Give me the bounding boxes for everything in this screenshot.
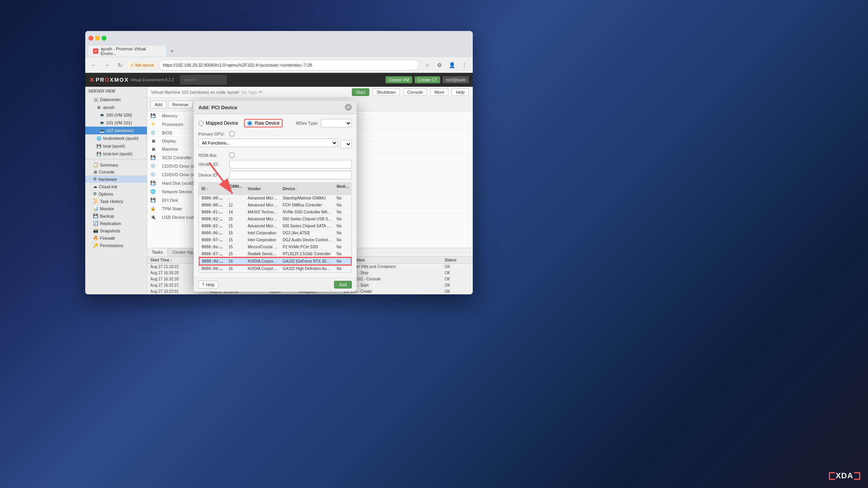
close-button[interactable]	[88, 36, 93, 41]
pci-device-row[interactable]: 0000:02:00.1 15 Advanced Micro ... 500 S…	[199, 223, 351, 230]
remove-hardware-button[interactable]: Remove	[168, 101, 193, 108]
sidebar-nav-snapshots[interactable]: 📸 Snapshots	[85, 227, 147, 234]
pci-device-row[interactable]: 0000:07:00.0 15 Intel Corporation DG2 Au…	[199, 237, 351, 244]
help-dialog-button[interactable]: ? Help	[198, 281, 218, 289]
col-header-device[interactable]: Device	[281, 183, 334, 195]
device-id-label: Device ID:	[198, 173, 229, 177]
mapped-device-option[interactable]: Mapped Device	[198, 120, 238, 126]
tab-bar: P ayush - Proxmox Virtual Enviro... +	[85, 45, 473, 57]
sidebar-item-node[interactable]: 🖥 ayush	[85, 103, 147, 111]
pci-device-row[interactable]: 0000:0d:00.0 16 NVIDIA Corporation GA102…	[199, 258, 351, 265]
extensions-button[interactable]: ⚙	[434, 60, 445, 70]
maximize-button[interactable]	[102, 36, 107, 41]
backup-icon: 💾	[93, 213, 98, 218]
sidebar-nav-permissions[interactable]: 🔑 Permissions	[85, 242, 147, 249]
create-vm-button[interactable]: Create VM	[386, 76, 412, 83]
pci-iommu: 15	[226, 230, 246, 237]
start-button[interactable]: Start	[352, 88, 369, 96]
address-bar[interactable]	[158, 60, 419, 70]
vendor-id-input[interactable]	[229, 160, 352, 168]
sidebar-nav-replication[interactable]: 🔄 Replication	[85, 220, 147, 227]
datacenter-label: Datacenter	[100, 97, 121, 102]
dialog-title: Add: PCI Device	[198, 105, 237, 110]
browser-tab[interactable]: P ayush - Proxmox Virtual Enviro...	[88, 46, 166, 57]
pci-device-row[interactable]: 0000:0a:00.0 15 Micron/Crucial Te... P2 …	[199, 244, 351, 251]
sidebar-nav-backup[interactable]: 💾 Backup	[85, 212, 147, 220]
sidebar-item-vm100[interactable]: 💻 100 (VM 100)	[85, 111, 147, 119]
sidebar-nav-taskhistory[interactable]: 📜 Task History	[85, 198, 147, 205]
help-button[interactable]: Help	[451, 88, 469, 96]
summary-icon: 📋	[93, 162, 98, 167]
mapped-device-radio[interactable]	[198, 121, 203, 126]
create-ct-button[interactable]: Create CT	[415, 76, 441, 83]
sidebar-nav-summary[interactable]: 📋 Summary	[85, 161, 147, 168]
sidebar-item-vm101[interactable]: 💻 101 (VM 101)	[85, 119, 147, 127]
help-label: Help	[206, 282, 215, 287]
monitor-icon: 📊	[93, 206, 98, 211]
pci-mdev: No	[334, 265, 351, 272]
bookmark-button[interactable]: ☆	[422, 60, 432, 70]
pci-device-row[interactable]: 0000:00:14.0 12 Advanced Micro ... FCH S…	[199, 202, 351, 209]
pci-id: 0000:01:00.0	[199, 209, 226, 216]
pci-device-row[interactable]: 0000:00:00.2 - Advanced Micro ... Starsh…	[199, 195, 351, 202]
user-menu-button[interactable]: root@pam	[443, 76, 469, 83]
minimize-button[interactable]	[95, 36, 100, 41]
sidebar-item-local[interactable]: 💾 local (ayush)	[85, 142, 147, 150]
browser-chrome: P ayush - Proxmox Virtual Enviro... + ← …	[85, 31, 473, 73]
mdev-type-select[interactable]	[321, 119, 352, 127]
pci-id: 0000:07:00.0	[199, 251, 226, 258]
add-hardware-button[interactable]: Add	[150, 101, 167, 108]
shutdown-button[interactable]: Shutdown	[372, 88, 400, 96]
back-button[interactable]: ←	[88, 60, 99, 70]
pci-vendor: NVIDIA Corporation	[245, 265, 280, 272]
replication-icon: 🔄	[93, 221, 98, 226]
sidebar-nav-firewall[interactable]: 🔥 Firewall	[85, 234, 147, 242]
dialog-body: Mapped Device Raw Device MDev Type: Prim…	[194, 114, 356, 277]
col-header-mdev[interactable]: Medi...	[334, 183, 351, 195]
rom-bar-checkbox[interactable]	[229, 153, 234, 158]
tasks-tab[interactable]: Tasks	[147, 248, 168, 256]
col-header-iommu[interactable]: IOMM...	[226, 183, 246, 195]
sidebar-item-locallvm[interactable]: 💾 local-lvm (ayush)	[85, 150, 147, 158]
pci-device-row[interactable]: 0000:0d:00.1 16 NVIDIA Corporation GA102…	[199, 265, 351, 272]
pci-device-row[interactable]: 0000:07:00.0 15 Realtek Semicon... RTL81…	[199, 251, 351, 258]
profile-button[interactable]: 👤	[446, 60, 457, 70]
edit-tags-button[interactable]: ✏	[258, 89, 263, 95]
pci-mdev: No	[334, 237, 351, 244]
col-header-vendor[interactable]: Vendor	[245, 183, 280, 195]
col-header-id[interactable]: ID ↑	[199, 183, 226, 195]
menu-button[interactable]: ⋮	[459, 60, 470, 70]
pci-device-row[interactable]: 0000:06:00.0 15 Intel Corporation DG2 [A…	[199, 230, 351, 237]
function-select[interactable]: All Functions...	[198, 139, 338, 147]
sidebar-item-vm102[interactable]: 💻 102 (windows)	[85, 127, 147, 134]
vm102-icon: 💻	[99, 128, 105, 133]
local-label: local (ayush)	[103, 144, 125, 148]
pci-device: GA102 High Definition Audio Controller	[281, 265, 334, 272]
col-status[interactable]: Status	[442, 257, 473, 264]
browser-window: P ayush - Proxmox Virtual Enviro... + ← …	[85, 31, 473, 294]
global-search[interactable]	[180, 75, 227, 84]
device-id-input[interactable]	[229, 171, 352, 179]
new-tab-button[interactable]: +	[167, 46, 177, 56]
device-dropdown[interactable]	[340, 140, 352, 148]
raw-device-option[interactable]: Raw Device	[244, 119, 282, 127]
sidebar-item-datacenter[interactable]: 🏢 Datacenter	[85, 96, 147, 103]
more-button[interactable]: More	[430, 88, 448, 96]
sidebar-nav-monitor[interactable]: 📊 Monitor	[85, 205, 147, 212]
scsi-icon: 💾	[147, 153, 159, 162]
add-device-button[interactable]: Add	[334, 281, 352, 289]
reload-button[interactable]: ↻	[115, 60, 126, 70]
sidebar-nav-hardware[interactable]: ⚙ Hardware	[85, 175, 147, 183]
sidebar-nav-options[interactable]: ⚙ Options	[85, 190, 147, 198]
sidebar-nav-console[interactable]: 🖥 Console	[85, 168, 147, 175]
primary-gpu-checkbox[interactable]	[229, 131, 234, 136]
console-button[interactable]: Console	[403, 88, 427, 96]
dialog-close-button[interactable]: ✕	[345, 104, 352, 111]
sidebar-item-localnetwork[interactable]: 🌐 localnetwork (ayush)	[85, 134, 147, 142]
forward-button[interactable]: →	[102, 60, 112, 70]
sidebar-nav-cloudinit[interactable]: ☁ Cloud-Init	[85, 183, 147, 190]
pci-id: 0000:0d:00.1	[199, 265, 226, 272]
raw-device-radio[interactable]	[247, 121, 252, 126]
pci-device-row[interactable]: 0000:01:00.0 14 MAXIO Technolo... NVMe S…	[199, 209, 351, 216]
pci-device-row[interactable]: 0000:02:00.0 15 Advanced Micro ... 500 S…	[199, 216, 351, 223]
